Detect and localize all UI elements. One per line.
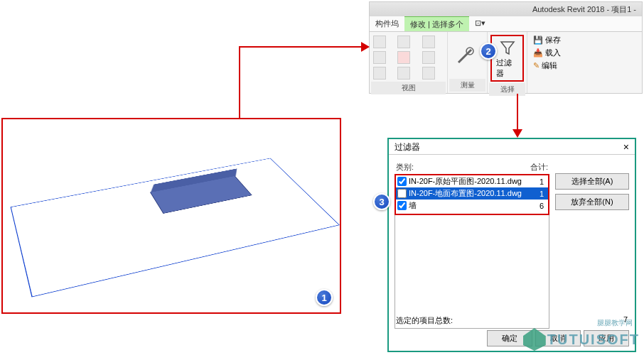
tool-btn[interactable] xyxy=(422,36,435,48)
category-count: 1 xyxy=(535,190,547,198)
tool-btn[interactable] xyxy=(422,51,435,64)
dialog-title-bar: 过滤器 × xyxy=(389,139,635,155)
selected-total-label: 选定的项目总数: xyxy=(396,315,623,326)
list-empty-area xyxy=(395,215,549,329)
selected-total-row: 选定的项目总数: 7 xyxy=(395,314,629,327)
dialog-title-text: 过滤器 xyxy=(395,141,420,152)
tab-modify-select[interactable]: 修改 | 选择多个 xyxy=(404,16,469,31)
category-checkbox[interactable] xyxy=(397,201,407,210)
save-button[interactable]: 💾 保存 xyxy=(533,35,561,45)
arrow-1-vert xyxy=(239,46,240,118)
group-label-select: 选择 xyxy=(489,83,525,96)
tool-btn[interactable] xyxy=(397,36,410,48)
category-count: 1 xyxy=(535,178,547,186)
category-name: IN-20F-地面布置图-2020.11.dwg xyxy=(409,188,535,199)
list-item[interactable]: IN-20F-地面布置图-2020.11.dwg 1 xyxy=(396,187,548,200)
measure-button[interactable] xyxy=(451,45,479,67)
svg-line-0 xyxy=(458,50,471,62)
watermark-subtitle: 腿腿教学网 xyxy=(597,318,633,328)
floor-plan-wireframe xyxy=(11,158,340,297)
edit-icon: ✎ xyxy=(533,61,540,70)
ribbon-tab-strip: 构件坞 修改 | 选择多个 ⊡▾ xyxy=(370,16,642,32)
save-icon: 💾 xyxy=(533,36,543,44)
tab-components[interactable]: 构件坞 xyxy=(370,16,404,31)
ruler-icon xyxy=(455,46,475,66)
filter-button[interactable]: 过滤器 xyxy=(490,35,524,82)
ribbon-panel: Autodesk Revit 2018 - 项目1 - 构件坞 修改 | 选择多… xyxy=(369,1,643,94)
arrow-2-head xyxy=(512,129,522,138)
load-icon: 📥 xyxy=(533,48,543,57)
select-all-button[interactable]: 选择全部(A) xyxy=(555,173,629,190)
tool-btn[interactable] xyxy=(422,67,435,80)
category-name: 墙 xyxy=(409,200,535,211)
tool-btn[interactable] xyxy=(373,51,386,64)
tool-btn[interactable] xyxy=(397,67,410,80)
tab-extra[interactable]: ⊡▾ xyxy=(469,16,491,31)
category-count: 6 xyxy=(535,202,547,210)
edit-button[interactable]: ✎ 编辑 xyxy=(533,60,557,71)
category-checkbox[interactable] xyxy=(397,177,407,186)
watermark-logo-icon xyxy=(523,328,546,351)
list-header: 类别: 合计: xyxy=(395,160,549,174)
step-badge-2: 2 xyxy=(480,43,497,60)
col-total: 合计: xyxy=(530,162,548,173)
tool-btn[interactable] xyxy=(373,36,386,48)
load-button[interactable]: 📥 载入 xyxy=(533,48,561,58)
discard-all-button[interactable]: 放弃全部(N) xyxy=(555,194,629,210)
app-title-text: Autodesk Revit 2018 - 项目1 - xyxy=(532,2,636,16)
app-title-bar: Autodesk Revit 2018 - 项目1 - xyxy=(370,2,642,16)
category-list[interactable]: IN-20F-原始平面图-2020.11.dwg 1 IN-20F-地面布置图-… xyxy=(395,174,549,215)
step-badge-1: 1 xyxy=(316,289,333,306)
step-badge-3: 3 xyxy=(373,193,390,210)
ribbon-body: 视图 测量 过滤器 选择 xyxy=(370,32,642,93)
list-item[interactable]: 墙 6 xyxy=(396,200,548,212)
funnel-icon xyxy=(498,38,517,58)
watermark: TUTUISOFT xyxy=(523,328,640,351)
model-scene xyxy=(3,119,340,312)
group-label-measure: 测量 xyxy=(449,79,485,92)
arrow-2-vert xyxy=(517,94,518,129)
arrow-1-horiz xyxy=(239,46,361,48)
category-name: IN-20F-原始平面图-2020.11.dwg xyxy=(409,176,535,187)
tool-btn[interactable] xyxy=(397,51,410,64)
watermark-text: TUTUISOFT xyxy=(547,332,640,348)
view-tools-grid xyxy=(371,33,446,82)
col-category: 类别: xyxy=(396,162,530,173)
close-icon[interactable]: × xyxy=(623,141,629,152)
tool-btn[interactable] xyxy=(373,67,386,80)
filter-label: 过滤器 xyxy=(496,58,518,79)
model-viewport[interactable] xyxy=(1,118,341,314)
category-checkbox[interactable] xyxy=(397,189,407,198)
group-label-view: 视图 xyxy=(371,82,446,94)
arrow-1-head xyxy=(361,42,370,52)
list-item[interactable]: IN-20F-原始平面图-2020.11.dwg 1 xyxy=(396,175,548,187)
